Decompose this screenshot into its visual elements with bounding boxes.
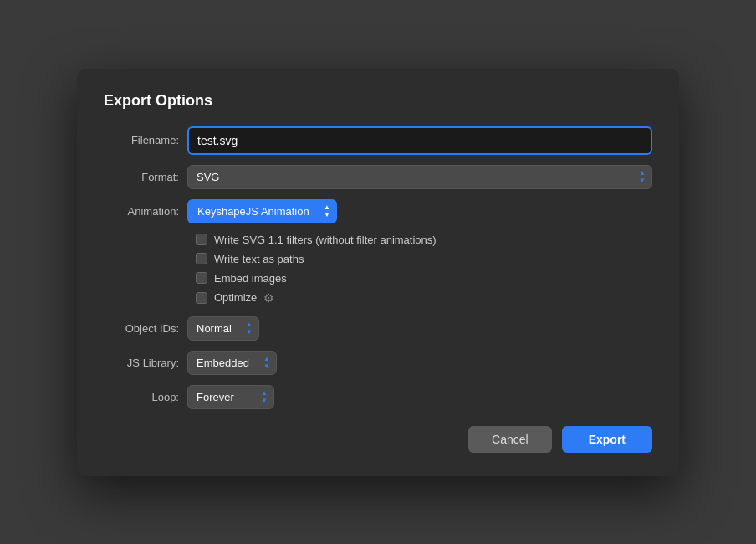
- export-button[interactable]: Export: [562, 426, 652, 453]
- dialog-title: Export Options: [104, 92, 652, 110]
- optimize-row: Optimize ⚙: [196, 291, 652, 305]
- export-options-dialog: Export Options Filename: Format: SVG PNG…: [77, 69, 679, 476]
- embed-images-checkbox[interactable]: [196, 272, 207, 284]
- filename-input[interactable]: [187, 126, 652, 155]
- format-select[interactable]: SVG PNG PDF: [187, 165, 652, 189]
- format-select-wrapper: SVG PNG PDF ▲ ▼: [187, 165, 652, 189]
- object-ids-label: Object IDs:: [104, 322, 187, 335]
- loop-select-wrapper: Forever Once Ping Pong ▲ ▼: [187, 385, 274, 409]
- animation-select[interactable]: KeyshapeJS Animation CSS Animation None: [187, 199, 337, 223]
- format-label: Format:: [104, 171, 187, 183]
- loop-label: Loop:: [104, 391, 187, 403]
- js-library-label: JS Library:: [104, 357, 187, 369]
- js-library-select-wrapper: Embedded External None ▲ ▼: [187, 351, 277, 375]
- optimize-gear-icon[interactable]: ⚙: [263, 291, 274, 305]
- embed-images-label: Embed images: [214, 272, 287, 285]
- svg-filters-label: Write SVG 1.1 filters (without filter an…: [214, 234, 437, 246]
- js-library-row: JS Library: Embedded External None ▲ ▼: [104, 351, 652, 375]
- object-ids-select-wrapper: Normal Auto None ▲ ▼: [187, 316, 259, 341]
- animation-select-wrapper: KeyshapeJS Animation CSS Animation None …: [187, 199, 337, 223]
- animation-row: Animation: KeyshapeJS Animation CSS Anim…: [104, 199, 652, 223]
- text-as-paths-label: Write text as paths: [214, 253, 304, 265]
- filename-row: Filename:: [104, 126, 652, 155]
- object-ids-select[interactable]: Normal Auto None: [187, 316, 259, 341]
- optimize-checkbox[interactable]: [196, 292, 207, 304]
- buttons-row: Cancel Export: [104, 426, 652, 453]
- loop-row: Loop: Forever Once Ping Pong ▲ ▼: [104, 385, 652, 409]
- js-library-select[interactable]: Embedded External None: [187, 351, 277, 375]
- text-as-paths-checkbox[interactable]: [196, 253, 207, 264]
- object-ids-row: Object IDs: Normal Auto None ▲ ▼: [104, 316, 652, 341]
- checkboxes-section: Write SVG 1.1 filters (without filter an…: [196, 234, 652, 305]
- text-as-paths-row[interactable]: Write text as paths: [196, 253, 652, 265]
- svg-filters-checkbox[interactable]: [196, 234, 207, 245]
- svg-filters-row[interactable]: Write SVG 1.1 filters (without filter an…: [196, 234, 652, 246]
- loop-select[interactable]: Forever Once Ping Pong: [187, 385, 274, 409]
- filename-label: Filename:: [104, 134, 187, 146]
- optimize-label: Optimize: [214, 291, 257, 304]
- embed-images-row[interactable]: Embed images: [196, 272, 652, 285]
- format-row: Format: SVG PNG PDF ▲ ▼: [104, 165, 652, 189]
- animation-label: Animation:: [104, 205, 187, 218]
- cancel-button[interactable]: Cancel: [468, 426, 552, 453]
